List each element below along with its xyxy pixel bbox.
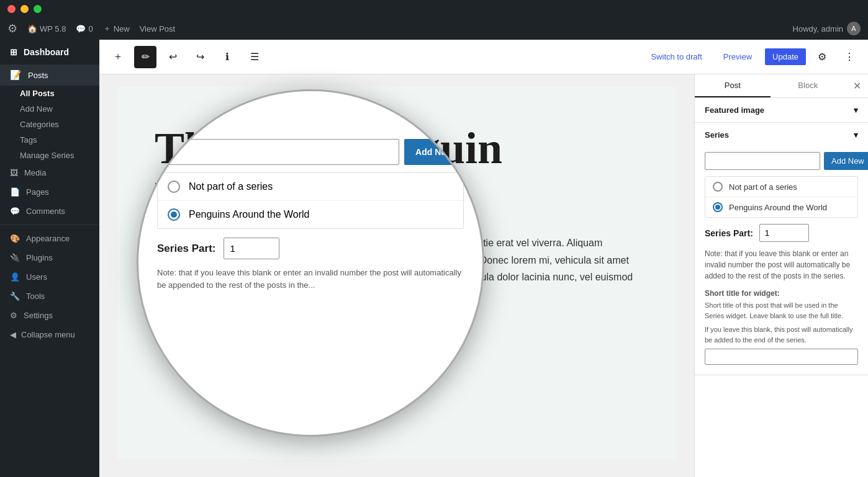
comments-icon: 💬 [10,207,20,216]
media-icon: 🖼 [10,168,18,177]
series-part-label: Series Part: [705,228,753,238]
redo-button[interactable]: ↪ [189,46,211,68]
series-radio-1[interactable] [713,202,723,212]
comment-icon: 💬 [76,24,86,33]
collapse-menu[interactable]: ◀ Collapse menu [0,325,99,344]
edit-button[interactable]: ✏ [134,46,156,68]
settings-icon: ⚙ [10,311,17,320]
mag-radio-0[interactable] [168,181,180,193]
wp-admin-bar: ⚙ 🏠 WP 5.8 💬 0 ＋ New View Post Howdy, ad… [0,17,868,40]
editor-toolbar: ＋ ✏ ↩ ↪ ℹ ☰ Switch to draft Preview Upda… [99,40,868,74]
wp-logo-icon[interactable]: ⚙ [7,22,17,35]
series-label: Series [705,130,729,140]
settings-gear-button[interactable]: ⚙ [811,46,833,68]
series-item-label-1: Penguins Around the World [729,203,827,212]
mag-series-item-1[interactable]: Penguins Around the World [158,200,463,228]
sidebar-divider [0,225,99,225]
mag-series-part-input[interactable] [224,238,279,259]
sidebar-item-appearance[interactable]: 🎨 Appearance [0,229,99,248]
info-button[interactable]: ℹ [216,46,238,68]
preview-button[interactable]: Preview [715,48,760,66]
settings-panel: Post Block ✕ Featured image ▾ Series ▾ [694,74,868,477]
series-part-row: Series Part: [705,224,858,242]
tab-block[interactable]: Block [771,74,846,97]
series-note: Note: that if you leave this blank or en… [705,248,858,282]
sidebar-item-posts[interactable]: 📝 Posts [0,65,99,86]
series-radio-0[interactable] [713,182,723,192]
sidebar-sub-manage-series[interactable]: Manage Series [0,148,99,163]
sidebar-item-comments[interactable]: 💬 Comments [0,202,99,221]
mag-radio-1[interactable] [168,208,180,221]
dashboard-icon: ⊞ [10,47,17,57]
series-item-label-0: Not part of a series [729,182,797,192]
series-part-input[interactable] [759,224,809,242]
add-block-button[interactable]: ＋ [107,46,129,68]
traffic-light-yellow[interactable] [20,5,29,13]
series-section-header[interactable]: Series ▾ [695,123,868,147]
traffic-light-green[interactable] [34,5,42,13]
avatar: A [847,22,861,35]
title-bar [0,0,868,17]
featured-image-header[interactable]: Featured image ▾ [695,98,868,122]
panel-close-button[interactable]: ✕ [846,74,868,97]
wp-main: ⊞ Dashboard 📝 Posts All Posts Add New Ca… [0,40,868,477]
sidebar-item-settings[interactable]: ⚙ Settings [0,306,99,325]
more-options-button[interactable]: ⋮ [838,46,861,68]
sidebar-sub-tags[interactable]: Tags [0,132,99,148]
undo-button[interactable]: ↩ [161,46,184,68]
site-name[interactable]: 🏠 WP 5.8 [27,24,66,33]
featured-image-chevron: ▾ [854,105,858,115]
featured-image-section: Featured image ▾ [695,98,868,123]
series-input-row: Add New [705,152,858,170]
view-post-bar-item[interactable]: View Post [140,24,176,33]
editor-area: The King Penguin Big Deal Lorem ipsum do… [99,74,868,477]
pages-icon: 📄 [10,187,20,197]
sidebar-item-plugins[interactable]: 🔌 Plugins [0,248,99,267]
home-icon: 🏠 [27,24,37,33]
series-add-new-button[interactable]: Add New [824,152,868,170]
sidebar-dashboard[interactable]: ⊞ Dashboard [0,40,99,65]
series-list: Not part of a series Penguins Around the… [705,176,858,218]
mag-series-text-input[interactable] [157,139,399,165]
list-view-button[interactable]: ☰ [243,46,266,68]
mag-series-part-row: Series Part: [157,238,464,259]
series-item-1[interactable]: Penguins Around the World [705,197,857,217]
series-text-input[interactable] [705,152,820,170]
widget-input[interactable] [705,349,858,365]
mag-series-item-0[interactable]: Not part of a series [158,173,463,200]
posts-icon: 📝 [10,69,22,81]
switch-to-draft-button[interactable]: Switch to draft [643,48,710,66]
traffic-light-red[interactable] [7,5,16,13]
sidebar-sub-add-new[interactable]: Add New [0,101,99,117]
sidebar-item-users[interactable]: 👤 Users [0,267,99,287]
wp-content: ＋ ✏ ↩ ↪ ℹ ☰ Switch to draft Preview Upda… [99,40,868,477]
widget-note: Short title of this post that will be us… [705,300,858,321]
series-section-content: Add New Not part of a series Penguins Ar… [695,147,868,375]
sidebar-sub-all-posts[interactable]: All Posts [0,86,99,101]
mag-series-label-1: Penguins Around the World [189,209,310,220]
comments-bar-item[interactable]: 💬 0 [76,24,93,33]
magnifier-overlay: Series Add New Not part of a series [137,89,484,437]
sidebar-item-pages[interactable]: 📄 Pages [0,182,99,202]
new-bar-item[interactable]: ＋ New [103,23,130,34]
appearance-icon: 🎨 [10,234,20,243]
featured-image-label: Featured image [705,105,764,115]
mag-series-list: Not part of a series Penguins Around the… [157,172,464,229]
wp-sidebar: ⊞ Dashboard 📝 Posts All Posts Add New Ca… [0,40,99,477]
tab-post[interactable]: Post [695,74,771,97]
series-chevron: ▾ [854,130,858,140]
howdy-label: Howdy, admin A [793,22,861,35]
mag-note: Note: that if you leave this blank or en… [157,267,464,292]
sidebar-item-tools[interactable]: 🔧 Tools [0,287,99,306]
post-canvas[interactable]: The King Penguin Big Deal Lorem ipsum do… [99,74,694,477]
panel-tabs: Post Block ✕ [695,74,868,98]
tools-icon: 🔧 [10,292,20,301]
widget-note2: If you leave this blank, this post will … [705,324,858,345]
widget-label: Short title for widget: [705,289,858,298]
sidebar-item-media[interactable]: 🖼 Media [0,163,99,182]
series-item-0[interactable]: Not part of a series [705,177,857,197]
update-button[interactable]: Update [765,48,806,65]
mag-series-label-0: Not part of a series [189,181,273,192]
sidebar-sub-categories[interactable]: Categories [0,117,99,132]
users-icon: 👤 [10,272,20,282]
